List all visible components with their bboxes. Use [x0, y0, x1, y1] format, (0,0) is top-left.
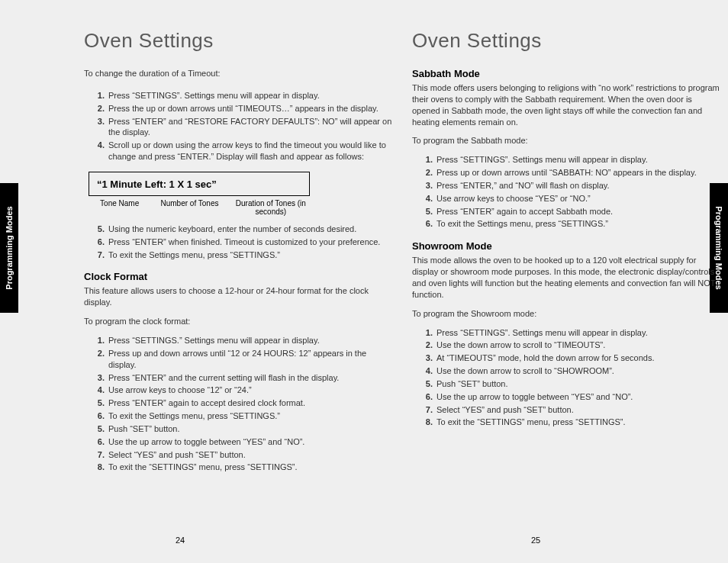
list-item: Scroll up or down using the arrow keys t…: [107, 140, 393, 162]
side-tab-label: Programming Modes: [5, 206, 14, 289]
list-item: Use the up arrow to toggle between “YES”…: [107, 436, 393, 448]
left-page: Oven Settings To change the duration of …: [84, 29, 393, 482]
list-item: Select “YES” and push “SET” button.: [435, 404, 721, 416]
showroom-heading: Showroom Mode: [412, 240, 721, 252]
page-number-right: 25: [531, 536, 540, 545]
list-item: Press “ENTER” and the current setting wi…: [107, 372, 393, 384]
timeout-steps-b: Using the numeric keyboard, enter the nu…: [99, 224, 393, 261]
list-item: Use the down arrow to scroll to “SHOWROO…: [435, 365, 721, 377]
sabbath-desc: This mode offers users belonging to reli…: [412, 82, 721, 127]
timeout-steps-a: Press “SETTINGS”. Settings menu will app…: [99, 90, 393, 162]
page-title: Oven Settings: [84, 29, 393, 53]
clock-format-steps: Press “SETTINGS.” Settings menu will app…: [99, 335, 393, 473]
list-item: Press “SETTINGS”. Settings menu will app…: [435, 327, 721, 339]
list-item: To exit the Settings menu, press “SETTIN…: [107, 249, 393, 261]
page-title: Oven Settings: [412, 29, 721, 53]
timeout-display-text: “1 Minute Left: 1 X 1 sec”: [97, 179, 217, 190]
page-number-left: 24: [176, 536, 185, 545]
list-item: Press “SETTINGS.” Settings menu will app…: [107, 335, 393, 346]
sabbath-heading: Sabbath Mode: [412, 68, 721, 79]
list-item: Press “SETTINGS”. Settings menu will app…: [435, 154, 721, 166]
label-tone-name: Tone Name: [90, 199, 149, 216]
list-item: Use the up arrow to toggle between “YES”…: [435, 391, 721, 403]
list-item: To exit the Settings menu, press “SETTIN…: [435, 218, 721, 230]
list-item: Use arrow keys to choose “12” or “24.”: [107, 384, 393, 396]
clock-format-heading: Clock Format: [84, 271, 393, 282]
timeout-display-box: “1 Minute Left: 1 X 1 sec”: [89, 172, 310, 196]
list-item: Push “SET” button.: [107, 423, 393, 435]
showroom-desc: This mode allows the oven to be hooked u…: [412, 255, 721, 300]
clock-format-lead: To program the clock format:: [84, 316, 393, 327]
list-item: Using the numeric keyboard, enter the nu…: [107, 224, 393, 235]
sabbath-steps: Press “SETTINGS”. Settings menu will app…: [427, 154, 721, 230]
showroom-steps: Press “SETTINGS”. Settings menu will app…: [427, 327, 721, 429]
label-num-tones: Number of Tones: [149, 199, 230, 216]
list-item: Press up and down arrows until “12 or 24…: [107, 348, 393, 371]
list-item: Press the up or down arrows until “TIMEO…: [107, 103, 393, 114]
list-item: At “TIMEOUTS” mode, hold the down arrow …: [435, 352, 721, 364]
list-item: Press “SETTINGS”. Settings menu will app…: [107, 90, 393, 101]
list-item: Press “ENTER” again to accept Sabbath mo…: [435, 206, 721, 217]
list-item: Press “ENTER” and “RESTORE FACTORY DEFAU…: [107, 116, 393, 139]
list-item: Use the down arrow to scroll to “TIMEOUT…: [435, 339, 721, 351]
list-item: Press “ENTER” when finished. Timeout is …: [107, 236, 393, 248]
list-item: Press “ENTER,” and “NO” will flash on di…: [435, 180, 721, 191]
list-item: To exit the “SETTINGS” menu, press “SETT…: [107, 462, 393, 473]
list-item: To exit the Settings menu, press “SETTIN…: [107, 410, 393, 422]
right-page: Oven Settings Sabbath Mode This mode off…: [412, 29, 721, 437]
list-item: Push “SET” button.: [435, 378, 721, 390]
list-item: Press up or down arrows until “SABBATH: …: [435, 167, 721, 179]
label-duration: Duration of Tones (in seconds): [230, 199, 311, 216]
sabbath-lead: To program the Sabbath mode:: [412, 135, 721, 146]
timeout-labels: Tone Name Number of Tones Duration of To…: [90, 199, 311, 216]
side-tab-left: Programming Modes: [0, 183, 18, 313]
clock-format-desc: This feature allows users to choose a 12…: [84, 285, 393, 308]
list-item: To exit the “SETTINGS” menu, press “SETT…: [435, 417, 721, 428]
list-item: Press “ENTER” again to accept desired cl…: [107, 397, 393, 409]
list-item: Use arrow keys to choose “YES” or “NO.”: [435, 193, 721, 204]
timeout-intro: To change the duration of a Timeout:: [84, 68, 393, 79]
showroom-lead: To program the Showroom mode:: [412, 308, 721, 320]
list-item: Select “YES” and push “SET” button.: [107, 449, 393, 461]
